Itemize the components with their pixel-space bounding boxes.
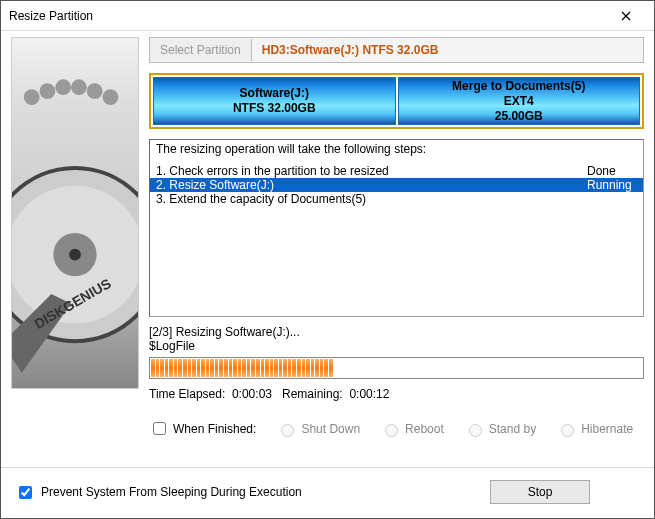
prevent-sleep-option[interactable]: Prevent System From Sleeping During Exec… <box>15 483 490 502</box>
titlebar: Resize Partition <box>1 1 654 31</box>
option-reboot: Reboot <box>380 421 444 437</box>
radio-reboot <box>385 424 398 437</box>
progress-bar <box>149 357 644 379</box>
tab-bar: Select Partition HD3:Software(J:) NTFS 3… <box>149 37 644 63</box>
status-operation: [2/3] Resizing Software(J:)... <box>149 325 644 339</box>
step-row[interactable]: 2. Resize Software(J:)Running <box>150 178 643 192</box>
radio-standby <box>469 424 482 437</box>
step-text: 3. Extend the capacity of Documents(5) <box>156 192 587 206</box>
when-finished-checkbox[interactable]: When Finished: <box>149 419 256 438</box>
close-button[interactable] <box>606 2 646 30</box>
partition-target[interactable]: Merge to Documents(5) EXT4 25.00GB <box>398 77 641 125</box>
when-finished-check[interactable] <box>153 422 166 435</box>
svg-point-5 <box>24 89 40 105</box>
svg-point-7 <box>55 79 71 95</box>
status-file: $LogFile <box>149 339 644 353</box>
option-standby: Stand by <box>464 421 536 437</box>
svg-point-4 <box>69 249 81 261</box>
partition-target-size: 25.00GB <box>495 109 543 124</box>
radio-hibernate <box>561 424 574 437</box>
window-title: Resize Partition <box>9 9 606 23</box>
when-finished-label: When Finished: <box>173 422 256 436</box>
step-status: Done <box>587 164 637 178</box>
time-remaining-value: 0:00:12 <box>349 387 389 401</box>
radio-shutdown <box>281 424 294 437</box>
step-status <box>587 192 637 206</box>
step-row[interactable]: 1. Check errors in the partition to be r… <box>156 164 637 178</box>
step-text: 1. Check errors in the partition to be r… <box>156 164 587 178</box>
svg-point-8 <box>71 79 87 95</box>
partition-source[interactable]: Software(J:) NTFS 32.00GB <box>153 77 396 125</box>
time-info: Time Elapsed: 0:00:03 Remaining: 0:00:12 <box>149 387 644 401</box>
option-shutdown: Shut Down <box>276 421 360 437</box>
time-elapsed-value: 0:00:03 <box>232 387 272 401</box>
when-finished-row: When Finished: Shut Down Reboot Stand by… <box>149 419 644 438</box>
prevent-sleep-checkbox[interactable] <box>19 486 32 499</box>
partition-layout: Software(J:) NTFS 32.00GB Merge to Docum… <box>149 73 644 129</box>
step-status: Running <box>587 178 637 192</box>
partition-target-name: Merge to Documents(5) <box>452 79 585 94</box>
time-elapsed-label: Time Elapsed: <box>149 387 225 401</box>
partition-target-fs: EXT4 <box>504 94 534 109</box>
step-row[interactable]: 3. Extend the capacity of Documents(5) <box>156 192 637 206</box>
partition-source-name: Software(J:) <box>240 86 309 101</box>
steps-heading: The resizing operation will take the fol… <box>150 140 643 158</box>
svg-point-9 <box>87 83 103 99</box>
bottom-bar: Prevent System From Sleeping During Exec… <box>1 467 654 518</box>
prevent-sleep-label: Prevent System From Sleeping During Exec… <box>41 485 302 499</box>
stop-button[interactable]: Stop <box>490 480 590 504</box>
partition-source-size: NTFS 32.00GB <box>233 101 316 116</box>
svg-point-6 <box>40 83 56 99</box>
option-hibernate: Hibernate <box>556 421 633 437</box>
steps-panel: The resizing operation will take the fol… <box>149 139 644 317</box>
partition-info: HD3:Software(J:) NTFS 32.0GB <box>252 39 449 61</box>
svg-point-10 <box>103 89 119 105</box>
select-partition-tab[interactable]: Select Partition <box>150 39 252 61</box>
brand-illustration: DISKGENIUS <box>11 37 139 389</box>
steps-list: 1. Check errors in the partition to be r… <box>150 164 643 206</box>
resize-partition-dialog: Resize Partition DISKGENIUS S <box>0 0 655 519</box>
step-text: 2. Resize Software(J:) <box>156 178 587 192</box>
time-remaining-label: Remaining: <box>282 387 343 401</box>
